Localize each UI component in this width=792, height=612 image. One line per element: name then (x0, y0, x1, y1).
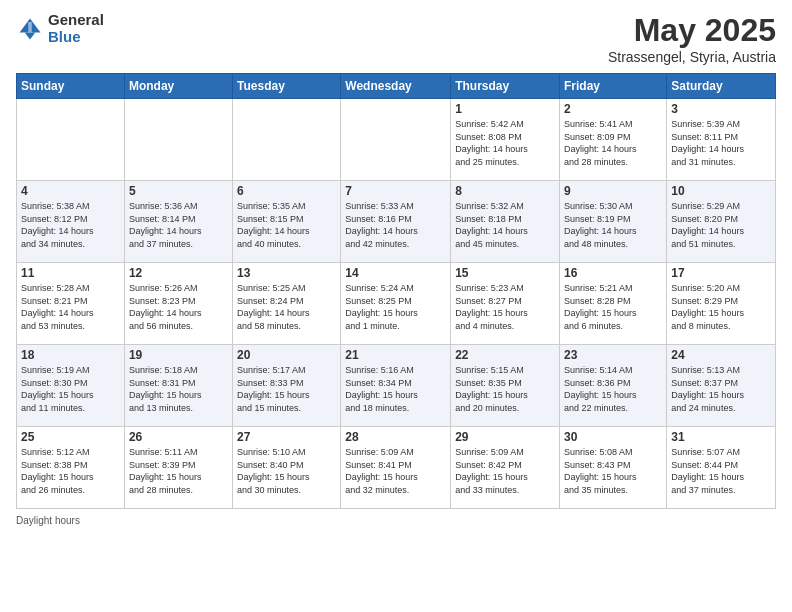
logo-icon (16, 15, 44, 43)
day-number: 3 (671, 102, 771, 116)
day-number: 31 (671, 430, 771, 444)
day-number: 17 (671, 266, 771, 280)
calendar-cell: 12Sunrise: 5:26 AM Sunset: 8:23 PM Dayli… (124, 263, 232, 345)
day-number: 25 (21, 430, 120, 444)
calendar-cell: 6Sunrise: 5:35 AM Sunset: 8:15 PM Daylig… (233, 181, 341, 263)
day-number: 11 (21, 266, 120, 280)
calendar-cell: 5Sunrise: 5:36 AM Sunset: 8:14 PM Daylig… (124, 181, 232, 263)
page: General Blue May 2025 Strassengel, Styri… (0, 0, 792, 612)
logo-general-text: General (48, 12, 104, 29)
calendar-cell: 11Sunrise: 5:28 AM Sunset: 8:21 PM Dayli… (17, 263, 125, 345)
day-number: 4 (21, 184, 120, 198)
calendar-cell: 17Sunrise: 5:20 AM Sunset: 8:29 PM Dayli… (667, 263, 776, 345)
day-number: 8 (455, 184, 555, 198)
day-info: Sunrise: 5:13 AM Sunset: 8:37 PM Dayligh… (671, 364, 771, 414)
calendar-cell: 18Sunrise: 5:19 AM Sunset: 8:30 PM Dayli… (17, 345, 125, 427)
calendar-cell: 31Sunrise: 5:07 AM Sunset: 8:44 PM Dayli… (667, 427, 776, 509)
calendar-cell: 21Sunrise: 5:16 AM Sunset: 8:34 PM Dayli… (341, 345, 451, 427)
day-number: 6 (237, 184, 336, 198)
calendar-day-header: Monday (124, 74, 232, 99)
calendar-cell (233, 99, 341, 181)
day-number: 15 (455, 266, 555, 280)
day-info: Sunrise: 5:16 AM Sunset: 8:34 PM Dayligh… (345, 364, 446, 414)
calendar-cell: 13Sunrise: 5:25 AM Sunset: 8:24 PM Dayli… (233, 263, 341, 345)
calendar-cell: 9Sunrise: 5:30 AM Sunset: 8:19 PM Daylig… (560, 181, 667, 263)
calendar-day-header: Thursday (451, 74, 560, 99)
day-info: Sunrise: 5:24 AM Sunset: 8:25 PM Dayligh… (345, 282, 446, 332)
legend: Daylight hours (16, 515, 776, 526)
day-info: Sunrise: 5:07 AM Sunset: 8:44 PM Dayligh… (671, 446, 771, 496)
day-info: Sunrise: 5:17 AM Sunset: 8:33 PM Dayligh… (237, 364, 336, 414)
day-info: Sunrise: 5:30 AM Sunset: 8:19 PM Dayligh… (564, 200, 662, 250)
day-info: Sunrise: 5:42 AM Sunset: 8:08 PM Dayligh… (455, 118, 555, 168)
day-info: Sunrise: 5:14 AM Sunset: 8:36 PM Dayligh… (564, 364, 662, 414)
day-info: Sunrise: 5:09 AM Sunset: 8:42 PM Dayligh… (455, 446, 555, 496)
day-info: Sunrise: 5:33 AM Sunset: 8:16 PM Dayligh… (345, 200, 446, 250)
day-info: Sunrise: 5:18 AM Sunset: 8:31 PM Dayligh… (129, 364, 228, 414)
calendar-cell: 20Sunrise: 5:17 AM Sunset: 8:33 PM Dayli… (233, 345, 341, 427)
calendar-cell (124, 99, 232, 181)
day-number: 9 (564, 184, 662, 198)
calendar-week-row: 11Sunrise: 5:28 AM Sunset: 8:21 PM Dayli… (17, 263, 776, 345)
calendar-table: SundayMondayTuesdayWednesdayThursdayFrid… (16, 73, 776, 509)
daylight-label: Daylight hours (16, 515, 80, 526)
header: General Blue May 2025 Strassengel, Styri… (16, 12, 776, 65)
day-info: Sunrise: 5:29 AM Sunset: 8:20 PM Dayligh… (671, 200, 771, 250)
calendar-week-row: 18Sunrise: 5:19 AM Sunset: 8:30 PM Dayli… (17, 345, 776, 427)
svg-rect-2 (28, 22, 32, 33)
calendar-cell: 26Sunrise: 5:11 AM Sunset: 8:39 PM Dayli… (124, 427, 232, 509)
day-info: Sunrise: 5:08 AM Sunset: 8:43 PM Dayligh… (564, 446, 662, 496)
day-number: 20 (237, 348, 336, 362)
calendar-week-row: 1Sunrise: 5:42 AM Sunset: 8:08 PM Daylig… (17, 99, 776, 181)
calendar-cell: 10Sunrise: 5:29 AM Sunset: 8:20 PM Dayli… (667, 181, 776, 263)
day-number: 24 (671, 348, 771, 362)
day-number: 22 (455, 348, 555, 362)
calendar-cell: 2Sunrise: 5:41 AM Sunset: 8:09 PM Daylig… (560, 99, 667, 181)
day-info: Sunrise: 5:35 AM Sunset: 8:15 PM Dayligh… (237, 200, 336, 250)
day-number: 26 (129, 430, 228, 444)
calendar-cell: 24Sunrise: 5:13 AM Sunset: 8:37 PM Dayli… (667, 345, 776, 427)
logo-blue-text: Blue (48, 29, 104, 46)
day-info: Sunrise: 5:32 AM Sunset: 8:18 PM Dayligh… (455, 200, 555, 250)
day-info: Sunrise: 5:10 AM Sunset: 8:40 PM Dayligh… (237, 446, 336, 496)
calendar-week-row: 25Sunrise: 5:12 AM Sunset: 8:38 PM Dayli… (17, 427, 776, 509)
calendar-cell (341, 99, 451, 181)
calendar-cell: 8Sunrise: 5:32 AM Sunset: 8:18 PM Daylig… (451, 181, 560, 263)
calendar-cell: 19Sunrise: 5:18 AM Sunset: 8:31 PM Dayli… (124, 345, 232, 427)
day-info: Sunrise: 5:36 AM Sunset: 8:14 PM Dayligh… (129, 200, 228, 250)
day-info: Sunrise: 5:09 AM Sunset: 8:41 PM Dayligh… (345, 446, 446, 496)
calendar-cell (17, 99, 125, 181)
calendar-cell: 4Sunrise: 5:38 AM Sunset: 8:12 PM Daylig… (17, 181, 125, 263)
day-number: 28 (345, 430, 446, 444)
day-number: 12 (129, 266, 228, 280)
calendar-day-header: Saturday (667, 74, 776, 99)
title-location: Strassengel, Styria, Austria (608, 49, 776, 65)
calendar-cell: 22Sunrise: 5:15 AM Sunset: 8:35 PM Dayli… (451, 345, 560, 427)
day-info: Sunrise: 5:15 AM Sunset: 8:35 PM Dayligh… (455, 364, 555, 414)
calendar-cell: 7Sunrise: 5:33 AM Sunset: 8:16 PM Daylig… (341, 181, 451, 263)
day-info: Sunrise: 5:39 AM Sunset: 8:11 PM Dayligh… (671, 118, 771, 168)
calendar-day-header: Tuesday (233, 74, 341, 99)
calendar-cell: 25Sunrise: 5:12 AM Sunset: 8:38 PM Dayli… (17, 427, 125, 509)
day-info: Sunrise: 5:41 AM Sunset: 8:09 PM Dayligh… (564, 118, 662, 168)
calendar-day-header: Sunday (17, 74, 125, 99)
day-number: 19 (129, 348, 228, 362)
calendar-cell: 15Sunrise: 5:23 AM Sunset: 8:27 PM Dayli… (451, 263, 560, 345)
day-number: 30 (564, 430, 662, 444)
day-number: 10 (671, 184, 771, 198)
day-info: Sunrise: 5:11 AM Sunset: 8:39 PM Dayligh… (129, 446, 228, 496)
calendar-cell: 30Sunrise: 5:08 AM Sunset: 8:43 PM Dayli… (560, 427, 667, 509)
calendar-cell: 3Sunrise: 5:39 AM Sunset: 8:11 PM Daylig… (667, 99, 776, 181)
calendar-cell: 29Sunrise: 5:09 AM Sunset: 8:42 PM Dayli… (451, 427, 560, 509)
day-number: 27 (237, 430, 336, 444)
day-info: Sunrise: 5:21 AM Sunset: 8:28 PM Dayligh… (564, 282, 662, 332)
day-info: Sunrise: 5:28 AM Sunset: 8:21 PM Dayligh… (21, 282, 120, 332)
day-number: 5 (129, 184, 228, 198)
day-number: 2 (564, 102, 662, 116)
calendar-day-header: Wednesday (341, 74, 451, 99)
title-block: May 2025 Strassengel, Styria, Austria (608, 12, 776, 65)
day-number: 16 (564, 266, 662, 280)
calendar-cell: 16Sunrise: 5:21 AM Sunset: 8:28 PM Dayli… (560, 263, 667, 345)
day-info: Sunrise: 5:12 AM Sunset: 8:38 PM Dayligh… (21, 446, 120, 496)
calendar-cell: 14Sunrise: 5:24 AM Sunset: 8:25 PM Dayli… (341, 263, 451, 345)
